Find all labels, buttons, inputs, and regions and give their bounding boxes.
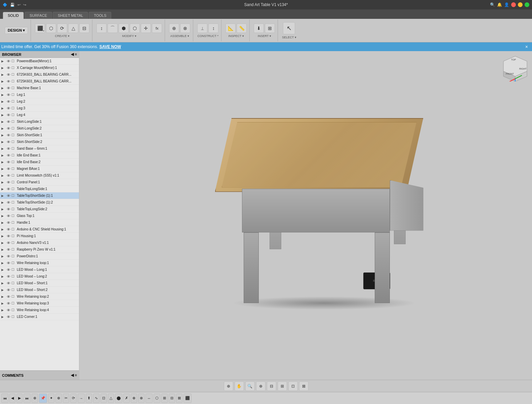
- orbit-button[interactable]: ⊕: [224, 381, 233, 391]
- timeline-item-18[interactable]: ⊟: [169, 394, 175, 403]
- browser-item-37[interactable]: ▶ 👁 ☐ Wire Retaining loop:4: [0, 307, 79, 314]
- expand-arrow-24[interactable]: ▶: [1, 221, 5, 224]
- browser-collapse-icon[interactable]: ◀: [71, 52, 74, 57]
- expand-arrow-13[interactable]: ▶: [1, 147, 5, 150]
- expand-arrow-15[interactable]: ▶: [1, 160, 5, 164]
- visibility-eye-34[interactable]: 👁: [6, 288, 11, 292]
- visibility-eye-2[interactable]: 👁: [6, 73, 11, 77]
- timeline-add-button[interactable]: ⊕: [32, 394, 38, 403]
- browser-item-33[interactable]: ▶ 👁 ☐ LED Wood – Short:1: [0, 280, 79, 287]
- maximize-button[interactable]: [525, 2, 529, 7]
- visibility-eye-35[interactable]: 👁: [6, 295, 11, 299]
- visibility-eye-1[interactable]: 👁: [6, 66, 11, 70]
- tab-surface[interactable]: SURFACE: [25, 12, 52, 19]
- display-settings-button[interactable]: ⊡: [288, 381, 298, 391]
- expand-arrow-4[interactable]: ▶: [1, 86, 5, 90]
- expand-arrow-25[interactable]: ▶: [1, 228, 5, 231]
- browser-item-30[interactable]: ▶ 👁 ☐ Wire Retaining loop:1: [0, 260, 79, 266]
- timeline-item-16[interactable]: ⬡: [154, 394, 160, 403]
- browser-item-3[interactable]: ▶ 👁 ☐ 6725K603_BALL BEARING CARR...: [0, 78, 79, 85]
- expand-arrow-36[interactable]: ▶: [1, 302, 5, 305]
- visibility-eye-38[interactable]: 👁: [6, 315, 11, 319]
- expand-arrow-1[interactable]: ▶: [1, 66, 5, 70]
- browser-item-18[interactable]: ▶ 👁 ☐ Control Panel:1: [0, 179, 79, 186]
- comments-collapse-icon[interactable]: ◀: [71, 373, 74, 377]
- expand-arrow-6[interactable]: ▶: [1, 100, 5, 103]
- expand-arrow-17[interactable]: ▶: [1, 174, 5, 177]
- visibility-eye-14[interactable]: 👁: [6, 153, 11, 157]
- minimize-button[interactable]: [518, 2, 523, 7]
- browser-item-10[interactable]: ▶ 👁 ☐ Skirt-LongSide:2: [0, 125, 79, 132]
- timeline-item-2[interactable]: ✦: [48, 394, 54, 403]
- timeline-item-3[interactable]: ⊕: [55, 394, 62, 403]
- expand-arrow-32[interactable]: ▶: [1, 275, 5, 278]
- timeline-item-8[interactable]: ∿: [93, 394, 99, 403]
- zoom-out-button[interactable]: ⊟: [267, 381, 276, 391]
- notif-close-button[interactable]: ×: [523, 44, 531, 49]
- visual-style-button[interactable]: ⊠: [299, 381, 309, 391]
- visibility-eye-22[interactable]: 👁: [6, 207, 11, 211]
- visibility-eye-0[interactable]: 👁: [6, 59, 11, 63]
- fx-button[interactable]: fx: [152, 24, 162, 33]
- browser-item-12[interactable]: ▶ 👁 ☐ Skirt-ShortSide:2: [0, 139, 79, 145]
- expand-arrow-18[interactable]: ▶: [1, 181, 5, 184]
- timeline-item-10[interactable]: △: [108, 394, 114, 403]
- expand-arrow-29[interactable]: ▶: [1, 255, 5, 258]
- browser-item-2[interactable]: ▶ 👁 ☐ 6725K603_BALL BEARING CARR...: [0, 71, 79, 78]
- browser-item-31[interactable]: ▶ 👁 ☐ LED Wood – Long:1: [0, 266, 79, 273]
- browser-item-27[interactable]: ▶ 👁 ☐ Arduino NanoV3 v1:1: [0, 240, 79, 246]
- expand-arrow-12[interactable]: ▶: [1, 140, 5, 144]
- timeline-item-4[interactable]: ✂: [63, 394, 69, 403]
- expand-arrow-7[interactable]: ▶: [1, 107, 5, 110]
- fit-view-button[interactable]: ⊞: [278, 381, 287, 391]
- browser-item-35[interactable]: ▶ 👁 ☐ Wire Retaining loop:2: [0, 293, 79, 300]
- notification-icon[interactable]: 🔔: [497, 2, 502, 7]
- visibility-eye-18[interactable]: 👁: [6, 180, 11, 184]
- notif-link[interactable]: SAVE NOW: [99, 44, 121, 49]
- search-icon[interactable]: 🔍: [490, 2, 495, 7]
- browser-item-5[interactable]: ▶ 👁 ☐ Leg:1: [0, 91, 79, 98]
- expand-arrow-38[interactable]: ▶: [1, 315, 5, 319]
- browser-item-15[interactable]: ▶ 👁 ☐ Idle End Base:2: [0, 159, 79, 166]
- design-button[interactable]: DESIGN ▾: [5, 27, 28, 34]
- visibility-eye-37[interactable]: 👁: [6, 308, 11, 312]
- browser-menu-icon[interactable]: ≡: [75, 52, 77, 57]
- visibility-eye-29[interactable]: 👁: [6, 254, 11, 258]
- viewport[interactable]: ⊟⊟⊟ TOP FRONT RIGHT: [79, 51, 532, 380]
- browser-item-23[interactable]: ▶ 👁 ☐ Glass Top:1: [0, 213, 79, 219]
- timeline-item-12[interactable]: ✗: [123, 394, 130, 403]
- visibility-eye-32[interactable]: 👁: [6, 274, 11, 279]
- expand-arrow-22[interactable]: ▶: [1, 208, 5, 211]
- expand-arrow-10[interactable]: ▶: [1, 127, 5, 130]
- press-pull-button[interactable]: ↕: [96, 24, 107, 33]
- expand-arrow-34[interactable]: ▶: [1, 288, 5, 292]
- axis-button[interactable]: ↕: [208, 24, 218, 33]
- expand-arrow-0[interactable]: ▶: [1, 60, 5, 63]
- browser-item-16[interactable]: ▶ 👁 ☐ Magnet BAse:1: [0, 166, 79, 172]
- expand-arrow-19[interactable]: ▶: [1, 187, 5, 191]
- comments-menu-icon[interactable]: ≡: [75, 373, 77, 377]
- visibility-eye-23[interactable]: 👁: [6, 214, 11, 218]
- browser-item-29[interactable]: ▶ 👁 ☐ PowerDistro:1: [0, 253, 79, 260]
- shell-button[interactable]: ⬡: [130, 24, 140, 33]
- timeline-item-5[interactable]: ⟳: [70, 394, 77, 403]
- visibility-eye-8[interactable]: 👁: [6, 113, 11, 117]
- expand-arrow-2[interactable]: ▶: [1, 73, 5, 76]
- insert-decal-button[interactable]: ⊞: [265, 24, 275, 33]
- visibility-eye-25[interactable]: 👁: [6, 227, 11, 231]
- visibility-eye-17[interactable]: 👁: [6, 174, 11, 178]
- browser-item-4[interactable]: ▶ 👁 ☐ Machine Base:1: [0, 85, 79, 91]
- expand-arrow-26[interactable]: ▶: [1, 234, 5, 238]
- browser-item-11[interactable]: ▶ 👁 ☐ Skirt-ShortSide:1: [0, 132, 79, 139]
- timeline-item-14[interactable]: ⊗: [138, 394, 145, 403]
- joint-button[interactable]: ⊗: [180, 24, 190, 33]
- fillet-button[interactable]: ⌒: [108, 24, 118, 33]
- browser-item-9[interactable]: ▶ 👁 ☐ Skirt-LongSide:1: [0, 118, 79, 125]
- visibility-eye-20[interactable]: 👁: [6, 194, 11, 198]
- timeline-item-13[interactable]: ⊕: [131, 394, 137, 403]
- timeline-item-6[interactable]: →: [78, 394, 85, 403]
- expand-arrow-5[interactable]: ▶: [1, 93, 5, 97]
- expand-arrow-23[interactable]: ▶: [1, 214, 5, 218]
- select-button[interactable]: ↖: [283, 22, 295, 34]
- timeline-item-11[interactable]: ⬤: [115, 394, 122, 403]
